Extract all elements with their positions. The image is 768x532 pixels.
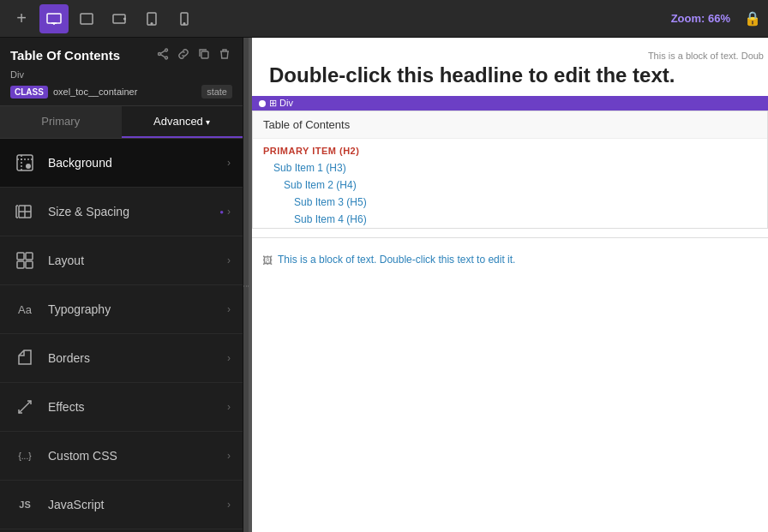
desktop-view-button[interactable] bbox=[39, 4, 69, 33]
svg-rect-24 bbox=[17, 253, 24, 260]
javascript-arrow: › bbox=[227, 499, 231, 511]
svg-rect-26 bbox=[17, 261, 24, 268]
canvas-area: ⋮ Double-click this headline to edit the… bbox=[243, 38, 768, 532]
effects-icon bbox=[12, 394, 38, 420]
top-toolbar: + Zoom: 66% 🔒 bbox=[0, 0, 768, 38]
canvas-block-text: This is a block of text. Double-click th… bbox=[278, 254, 515, 266]
settings-item-effects[interactable]: Effects › bbox=[0, 383, 243, 432]
toc-item-3[interactable]: Sub Item 4 (H6) bbox=[253, 211, 767, 228]
settings-item-background[interactable]: Background › bbox=[0, 139, 243, 188]
svg-point-10 bbox=[165, 49, 168, 51]
canvas-headline-section: Double-click this headline to edit the t… bbox=[252, 38, 768, 96]
duplicate-icon[interactable] bbox=[196, 46, 212, 64]
svg-rect-3 bbox=[81, 14, 93, 24]
svg-point-5 bbox=[124, 18, 126, 20]
element-name: Table Of Contents bbox=[10, 48, 148, 63]
window-view-button[interactable] bbox=[72, 4, 101, 33]
typography-arrow: › bbox=[227, 303, 231, 315]
div-bar[interactable]: ⊞ Div bbox=[252, 96, 768, 111]
class-name: oxel_toc__container bbox=[53, 87, 196, 97]
layout-icon bbox=[12, 248, 38, 273]
div-bar-label: ⊞ Div bbox=[269, 98, 293, 109]
borders-label: Borders bbox=[48, 351, 227, 365]
resize-handle[interactable]: ⋮ bbox=[243, 38, 249, 532]
delete-icon[interactable] bbox=[217, 46, 232, 64]
svg-rect-16 bbox=[17, 155, 33, 170]
svg-line-28 bbox=[19, 401, 31, 413]
tab-primary[interactable]: Primary bbox=[0, 106, 122, 138]
custom-css-arrow: › bbox=[227, 450, 231, 462]
settings-item-javascript[interactable]: JS JavaScript › bbox=[0, 481, 243, 529]
link-icon[interactable] bbox=[176, 46, 191, 64]
canvas-inner: Double-click this headline to edit the t… bbox=[252, 38, 768, 532]
svg-line-14 bbox=[160, 55, 165, 57]
canvas-text-block[interactable]: 🖼 This is a block of text. Double-click … bbox=[252, 245, 768, 275]
state-button[interactable]: state bbox=[201, 85, 232, 99]
svg-rect-25 bbox=[26, 253, 33, 260]
text-block-icon: 🖼 bbox=[262, 254, 273, 266]
background-icon bbox=[12, 150, 38, 176]
zoom-label: Zoom: bbox=[671, 12, 705, 25]
zoom-display: Zoom: 66% bbox=[671, 12, 730, 25]
lock-button[interactable]: 🔒 bbox=[744, 10, 761, 27]
tab-advanced[interactable]: Advanced ▾ bbox=[122, 106, 243, 138]
toc-item-2[interactable]: Sub Item 3 (H5) bbox=[253, 194, 767, 211]
add-button[interactable]: + bbox=[7, 4, 36, 33]
javascript-icon: JS bbox=[12, 492, 38, 517]
background-label: Background bbox=[48, 156, 227, 170]
element-type: Div bbox=[10, 69, 232, 80]
left-panel: Table Of Contents Div bbox=[0, 38, 243, 532]
effects-label: Effects bbox=[48, 400, 227, 414]
div-bar-dot bbox=[259, 100, 266, 107]
size-spacing-label: Size & Spacing bbox=[48, 205, 219, 218]
toc-container: Table of Contents PRIMARY ITEM (H2) Sub … bbox=[252, 111, 768, 229]
main-area: Table Of Contents Div bbox=[0, 38, 768, 532]
settings-item-size-spacing[interactable]: Size & Spacing ● › bbox=[0, 188, 243, 236]
size-spacing-dot: ● bbox=[219, 208, 224, 216]
svg-point-12 bbox=[159, 53, 161, 56]
canvas-headline[interactable]: Double-click this headline to edit the t… bbox=[269, 63, 751, 87]
size-spacing-icon bbox=[12, 199, 38, 224]
svg-point-7 bbox=[151, 22, 153, 24]
svg-rect-4 bbox=[113, 15, 125, 23]
canvas-divider bbox=[252, 237, 768, 238]
borders-arrow: › bbox=[227, 352, 231, 364]
typography-icon: Aa bbox=[12, 296, 38, 322]
mobile-view-button[interactable] bbox=[170, 4, 199, 33]
svg-point-11 bbox=[165, 57, 168, 59]
toc-item-0[interactable]: Sub Item 1 (H3) bbox=[253, 159, 767, 176]
svg-point-17 bbox=[26, 164, 31, 169]
settings-item-borders[interactable]: Borders › bbox=[0, 334, 243, 383]
resize-dots: ⋮ bbox=[243, 283, 250, 288]
zoom-value: 66% bbox=[708, 12, 730, 25]
svg-rect-27 bbox=[26, 261, 33, 268]
tablet-portrait-button[interactable] bbox=[137, 4, 166, 33]
svg-rect-0 bbox=[47, 14, 61, 23]
toc-header: Table of Contents bbox=[253, 111, 767, 139]
canvas-text-hint: This is a block of text. Doub bbox=[648, 51, 764, 61]
background-arrow: › bbox=[227, 157, 231, 169]
toc-item-1[interactable]: Sub Item 2 (H4) bbox=[253, 176, 767, 194]
class-badge: CLASS bbox=[10, 86, 48, 99]
tablet-landscape-button[interactable] bbox=[105, 4, 134, 33]
element-header: Table Of Contents Div bbox=[0, 38, 243, 106]
settings-item-layout[interactable]: Layout › bbox=[0, 236, 243, 285]
svg-point-9 bbox=[183, 22, 185, 24]
size-spacing-arrow: › bbox=[227, 206, 231, 218]
panel-tabs: Primary Advanced ▾ bbox=[0, 106, 243, 139]
layout-label: Layout bbox=[48, 254, 227, 267]
effects-arrow: › bbox=[227, 401, 231, 413]
svg-line-13 bbox=[160, 51, 165, 53]
javascript-label: JavaScript bbox=[48, 498, 227, 511]
toc-primary-item[interactable]: PRIMARY ITEM (H2) bbox=[253, 139, 767, 159]
settings-list: Background › Size & Spacing ● › Layout › bbox=[0, 139, 243, 532]
custom-css-icon: {...} bbox=[12, 443, 38, 469]
svg-rect-15 bbox=[201, 51, 208, 58]
settings-item-custom-css[interactable]: {...} Custom CSS › bbox=[0, 432, 243, 481]
borders-icon bbox=[12, 345, 38, 371]
layout-arrow: › bbox=[227, 254, 231, 266]
share-icon[interactable] bbox=[155, 46, 171, 64]
typography-label: Typography bbox=[48, 302, 227, 316]
custom-css-label: Custom CSS bbox=[48, 449, 227, 463]
settings-item-typography[interactable]: Aa Typography › bbox=[0, 285, 243, 334]
